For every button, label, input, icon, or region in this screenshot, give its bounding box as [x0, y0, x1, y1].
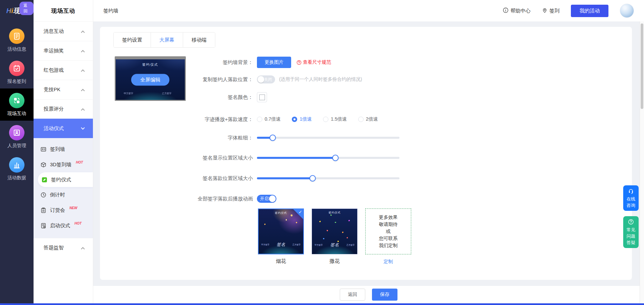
- more-effects-box: 更多效果 敬请期待 或 您可联系 我们定制: [365, 208, 411, 254]
- rail-item-event-data[interactable]: 活动数据: [0, 153, 34, 185]
- chevron-up-icon: [81, 108, 85, 112]
- font-weight-slider[interactable]: [257, 137, 399, 139]
- submenu-item-countdown[interactable]: 倒计时: [34, 187, 93, 202]
- submenu-item-signing-ceremony[interactable]: 签约仪式: [38, 172, 93, 187]
- slider-thumb[interactable]: [332, 155, 338, 161]
- form-row-display-area: 签名显示位置区域大小: [100, 155, 632, 161]
- topbar-right: 帮助中心 签到 我的活动: [503, 4, 634, 18]
- info-icon: [503, 7, 508, 14]
- cube-icon: [41, 162, 46, 168]
- bar-chart-icon: [9, 157, 24, 173]
- copy-position-label: 复制签约人落款位置：: [100, 76, 253, 83]
- animation-label: 全部签字落款后播放动画: [100, 196, 253, 202]
- topbar: 签约墙 帮助中心 签到 我的活动: [93, 0, 644, 21]
- clipboard-icon: [41, 207, 46, 213]
- main-area: 签约设置 大屏幕 移动端 签约仪式 全屏编辑 甲方签字 乙方签字 签约墙背景： …: [93, 21, 644, 286]
- person-icon: [9, 125, 24, 140]
- form-row-signature-color: 签名颜色：: [100, 92, 632, 103]
- copy-position-toggle[interactable]: 关闭: [257, 75, 275, 83]
- speed-option-1-5x[interactable]: 1.5倍速: [323, 116, 346, 122]
- sidebar-section-message[interactable]: 消息互动: [34, 21, 93, 41]
- slider-thumb[interactable]: [269, 135, 276, 141]
- rail-item-event-info[interactable]: 活动信息: [0, 24, 34, 56]
- footer-bar: 返回 保存: [93, 286, 644, 303]
- display-area-label: 签名显示位置区域大小: [100, 155, 253, 161]
- save-button[interactable]: 保存: [372, 289, 397, 301]
- slider-thumb[interactable]: [309, 175, 316, 182]
- chevron-up-icon: [81, 247, 85, 251]
- pin-icon: [542, 8, 547, 14]
- sidebar-section-ceremony[interactable]: 活动仪式: [34, 119, 93, 138]
- animation-card-confetti[interactable]: 签约仪式 签名 甲方签字 乙方签字: [312, 208, 358, 254]
- sidebar-section-redpacket[interactable]: 红包游戏: [34, 60, 93, 80]
- sidebar-section-quiz[interactable]: 答题益智: [34, 238, 93, 257]
- tab-mobile[interactable]: 移动端: [183, 33, 215, 47]
- speed-label: 字迹播放+落款速度：: [100, 116, 253, 123]
- radio-icon: [358, 117, 364, 122]
- online-consult-button[interactable]: 在线 咨询: [623, 185, 639, 211]
- copy-position-hint: (适用于同一个人同时签多份合约的情况): [279, 76, 362, 82]
- ceremony-submenu: 签到墙 3D签到墙HOT 签约仪式 倒计时 订货会NEW 启动仪式HOT: [34, 138, 93, 238]
- rail-item-personnel[interactable]: 人员管理: [0, 121, 34, 153]
- card-label: 烟花: [276, 258, 286, 264]
- page-title: 签约墙: [103, 8, 118, 14]
- speed-option-1x[interactable]: 1倍速: [292, 116, 312, 122]
- back-button[interactable]: 返回: [340, 289, 365, 301]
- rail-item-signup-checkin[interactable]: 报名签到: [0, 56, 34, 88]
- rail-item-label: 活动数据: [7, 175, 26, 181]
- change-image-button[interactable]: 更换图片: [257, 57, 291, 68]
- back-badge[interactable]: 返回: [19, 2, 34, 15]
- radio-icon: [257, 117, 262, 122]
- chevron-up-icon: [81, 69, 85, 73]
- display-area-slider[interactable]: [257, 157, 399, 159]
- sidebar-section-voting[interactable]: 投票评分: [34, 99, 93, 119]
- radio-icon: [292, 117, 297, 122]
- help-center-link[interactable]: 帮助中心: [503, 7, 531, 14]
- speed-option-0-7x[interactable]: 0.7倍速: [257, 116, 280, 122]
- customize-link[interactable]: 定制: [384, 259, 393, 265]
- animation-cards: 签约仪式 签名 甲方签字 乙方签字 ✓ 烟花 签约仪式 签名: [258, 208, 411, 265]
- animation-toggle[interactable]: 开启: [257, 195, 276, 203]
- sidebar: 现场互动 消息互动 幸运抽奖 红包游戏 竞技PK 投票评分 活动仪式 签到墙 3…: [34, 0, 93, 303]
- item-badge: HOT: [74, 222, 82, 225]
- settings-card: 签约设置 大屏幕 移动端 签约仪式 全屏编辑 甲方签字 乙方签字 签约墙背景： …: [100, 27, 632, 280]
- animation-card-fireworks[interactable]: 签约仪式 签名 甲方签字 乙方签字 ✓: [258, 208, 304, 254]
- font-weight-label: 字体粗细：: [100, 135, 253, 141]
- item-badge: HOT: [76, 161, 83, 164]
- item-badge: NEW: [69, 206, 77, 210]
- my-events-button[interactable]: 我的活动: [571, 5, 608, 17]
- form-row-sign-area: 签名落款位置区域大小: [100, 175, 632, 182]
- submenu-item-order-fair[interactable]: 订货会NEW: [34, 202, 93, 218]
- sidebar-section-lottery[interactable]: 幸运抽奖: [34, 41, 93, 60]
- form-row-animation: 全部签字落款后播放动画 开启: [100, 195, 632, 203]
- speed-option-2x[interactable]: 2倍速: [358, 116, 378, 122]
- chevron-up-icon: [81, 30, 85, 34]
- chevron-up-icon: [81, 89, 85, 93]
- scrollbar-thumb[interactable]: [641, 23, 643, 109]
- toggle-knob: [258, 76, 264, 83]
- signature-color-label: 签名颜色：: [100, 94, 253, 101]
- tab-signing-settings[interactable]: 签约设置: [114, 33, 151, 47]
- doc-gear-icon: [41, 223, 46, 229]
- bottom-accent-bar: [0, 303, 644, 305]
- page-scrollbar: [640, 21, 644, 303]
- sign-area-slider[interactable]: [257, 177, 399, 179]
- rail-item-label: 人员管理: [7, 143, 26, 149]
- chevron-down-icon: [81, 126, 85, 129]
- submenu-item-checkin-wall[interactable]: 签到墙: [34, 141, 93, 157]
- size-spec-link[interactable]: 查看尺寸规范: [297, 59, 331, 65]
- submenu-item-launch-ceremony[interactable]: 启动仪式HOT: [34, 218, 93, 233]
- form-row-speed: 字迹播放+落款速度： 0.7倍速 1倍速 1.5倍速: [100, 116, 632, 123]
- tab-big-screen[interactable]: 大屏幕: [151, 33, 183, 47]
- form-row-copy-position: 复制签约人落款位置： 关闭 (适用于同一个人同时签多份合约的情况): [100, 74, 632, 85]
- calendar-check-icon: [9, 61, 24, 76]
- avatar[interactable]: [620, 4, 634, 18]
- sidebar-filler: [34, 257, 93, 303]
- sidebar-section-pk[interactable]: 竞技PK: [34, 80, 93, 99]
- rail-item-live-interaction[interactable]: 现场互动: [0, 88, 34, 121]
- signature-color-swatch[interactable]: [257, 92, 267, 102]
- checkin-link[interactable]: 签到: [542, 8, 559, 14]
- submenu-item-3d-checkin-wall[interactable]: 3D签到墙HOT: [34, 157, 93, 172]
- rail-item-label: 报名签到: [7, 78, 26, 84]
- faq-button[interactable]: 常见 问题 答疑: [623, 216, 639, 248]
